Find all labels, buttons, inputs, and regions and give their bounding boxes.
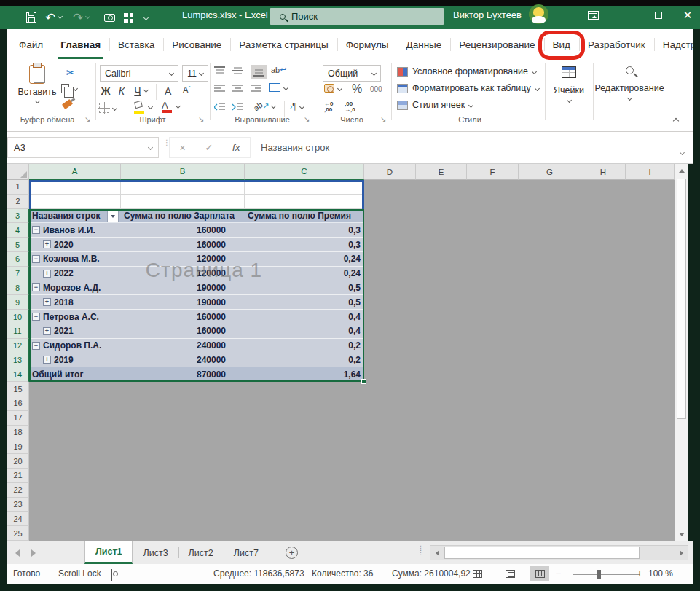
column-header-E[interactable]: E bbox=[416, 164, 467, 180]
avatar[interactable] bbox=[529, 4, 548, 24]
font-size-select[interactable]: 11 bbox=[182, 65, 208, 82]
expand-button[interactable]: + bbox=[43, 356, 51, 364]
pivot-cell-C11[interactable]: 0,4 bbox=[245, 324, 364, 339]
number-format-select[interactable]: Общий bbox=[323, 65, 381, 82]
cell-C1[interactable] bbox=[245, 180, 364, 195]
align-bottom-button[interactable] bbox=[251, 65, 267, 79]
account-name[interactable]: Виктор Бухтеев bbox=[453, 9, 522, 20]
ribbon-tab-Формулы[interactable]: Формулы bbox=[337, 29, 398, 60]
expand-button[interactable]: + bbox=[43, 240, 51, 248]
pivot-cell-B8[interactable]: 190000 bbox=[121, 281, 245, 296]
pivot-cell-A5[interactable]: +2020 bbox=[29, 238, 121, 252]
shrink-font-button[interactable]: Аˇ bbox=[179, 85, 194, 95]
row-header-16[interactable]: 16 bbox=[7, 396, 29, 411]
row-header-21[interactable]: 21 bbox=[7, 469, 29, 483]
decrease-indent-button[interactable] bbox=[214, 103, 225, 111]
row-header-11[interactable]: 11 bbox=[7, 324, 29, 339]
cell-C2[interactable] bbox=[245, 195, 364, 209]
pivot-cell-B5[interactable]: 160000 bbox=[121, 238, 245, 252]
ribbon-tab-Файл[interactable]: Файл bbox=[10, 29, 52, 60]
save-button[interactable] bbox=[26, 9, 36, 26]
column-header-F[interactable]: F bbox=[467, 164, 519, 180]
expand-button[interactable]: + bbox=[43, 327, 51, 335]
row-header-8[interactable]: 8 bbox=[7, 281, 29, 296]
pivot-cell-B14[interactable]: 870000 bbox=[121, 367, 245, 382]
align-center-button[interactable] bbox=[232, 85, 243, 93]
collapse-button[interactable]: − bbox=[32, 226, 40, 234]
increase-decimal-button[interactable]: ←0,00 bbox=[324, 101, 333, 113]
zoom-slider[interactable] bbox=[573, 574, 640, 575]
grow-font-button[interactable]: Аˆ bbox=[162, 85, 176, 97]
percent-style-button[interactable]: % bbox=[352, 82, 362, 95]
ribbon-tab-Рисование[interactable]: Рисование bbox=[163, 29, 230, 60]
pivot-cell-B13[interactable]: 240000 bbox=[121, 353, 245, 368]
pivot-cell-B10[interactable]: 160000 bbox=[121, 310, 245, 324]
cell-A2[interactable] bbox=[29, 195, 121, 209]
redo-button[interactable]: ↷ bbox=[73, 9, 90, 26]
pivot-cell-B4[interactable]: 160000 bbox=[121, 223, 245, 238]
font-dialog-launcher[interactable]: ↘ bbox=[198, 116, 207, 125]
pivot-header-cell-1[interactable]: Названия строк bbox=[29, 209, 121, 224]
ribbon-tab-Вставка[interactable]: Вставка bbox=[109, 29, 163, 60]
sheet-tab-Лист7[interactable]: Лист7 bbox=[224, 541, 269, 564]
pivot-cell-A11[interactable]: +2021 bbox=[29, 324, 121, 339]
ribbon-tab-Рецензирование[interactable]: Рецензирование bbox=[450, 29, 543, 60]
cells-button[interactable]: Ячейки bbox=[548, 66, 590, 102]
font-name-select[interactable]: Calibri bbox=[100, 65, 178, 82]
macro-record-button[interactable] bbox=[111, 570, 112, 580]
ribbon-tab-Разметка страницы[interactable]: Разметка страницы bbox=[230, 29, 337, 60]
row-header-14[interactable]: 14 bbox=[7, 367, 29, 382]
vertical-scrollbar[interactable] bbox=[675, 164, 688, 541]
format-painter-button[interactable] bbox=[63, 101, 72, 107]
pivot-cell-A10[interactable]: −Петрова А.С. bbox=[29, 310, 121, 324]
copy-button[interactable] bbox=[61, 84, 77, 93]
search-input[interactable]: Поиск bbox=[270, 8, 444, 25]
pivot-cell-A13[interactable]: +2019 bbox=[29, 353, 121, 368]
pivot-cell-B11[interactable]: 160000 bbox=[121, 324, 245, 339]
formula-input[interactable]: Названия строк bbox=[255, 137, 679, 158]
pivot-cell-A14[interactable]: Общий итог bbox=[29, 367, 121, 382]
name-box[interactable]: A3 bbox=[7, 137, 159, 158]
orientation-button[interactable]: ab↗ bbox=[253, 101, 275, 111]
pivot-cell-C4[interactable]: 0,3 bbox=[245, 223, 364, 238]
row-header-23[interactable]: 23 bbox=[7, 498, 29, 512]
formula-bar-splitter[interactable]: ⋮ bbox=[163, 141, 165, 155]
column-header-G[interactable]: G bbox=[519, 164, 581, 180]
normal-view-button[interactable] bbox=[468, 566, 487, 581]
camera-button[interactable] bbox=[104, 9, 115, 26]
pivot-header-cell-2[interactable]: Сумма по полю Зарплата bbox=[121, 209, 245, 224]
row-header-18[interactable]: 18 bbox=[7, 426, 29, 440]
clipboard-dialog-launcher[interactable]: ↘ bbox=[84, 116, 93, 125]
pivot-header-cell-3[interactable]: Сумма по полю Премия bbox=[245, 209, 364, 224]
editing-button[interactable]: Редактирование bbox=[596, 66, 663, 100]
insert-function-button[interactable]: fx bbox=[232, 142, 240, 153]
row-header-17[interactable]: 17 bbox=[7, 411, 29, 426]
row-header-7[interactable]: 7 bbox=[7, 267, 29, 281]
underline-options[interactable] bbox=[144, 88, 148, 92]
align-middle-button[interactable] bbox=[232, 66, 243, 75]
paste-button[interactable]: Вставить bbox=[16, 65, 58, 103]
ribbon-display-options-button[interactable] bbox=[581, 6, 605, 25]
bold-button[interactable]: Ж bbox=[99, 85, 112, 97]
column-header-D[interactable]: D bbox=[364, 164, 416, 180]
borders-button[interactable] bbox=[99, 103, 117, 113]
confirm-entry-icon[interactable]: ✓ bbox=[205, 142, 213, 153]
row-header-1[interactable]: 1 bbox=[7, 180, 29, 195]
row-header-24[interactable]: 24 bbox=[7, 512, 29, 526]
row-header-19[interactable]: 19 bbox=[7, 439, 29, 454]
row-header-2[interactable]: 2 bbox=[7, 195, 29, 209]
pivot-cell-C10[interactable]: 0,4 bbox=[245, 310, 364, 324]
collapse-button[interactable]: − bbox=[32, 313, 40, 321]
column-header-B[interactable]: B bbox=[121, 164, 245, 180]
pivot-cell-A9[interactable]: +2018 bbox=[29, 295, 121, 310]
accounting-format-button[interactable] bbox=[324, 84, 342, 93]
align-top-button[interactable] bbox=[214, 66, 225, 75]
row-header-9[interactable]: 9 bbox=[7, 295, 29, 310]
pivot-cell-C8[interactable]: 0,5 bbox=[245, 281, 364, 296]
scroll-right-arrow[interactable] bbox=[675, 548, 687, 558]
vertical-scroll-thumb[interactable] bbox=[677, 179, 686, 419]
collapse-button[interactable]: − bbox=[32, 255, 40, 263]
close-button[interactable]: ✕ bbox=[675, 6, 700, 25]
column-header-H[interactable]: H bbox=[581, 164, 626, 180]
cell-A1[interactable] bbox=[29, 180, 121, 195]
